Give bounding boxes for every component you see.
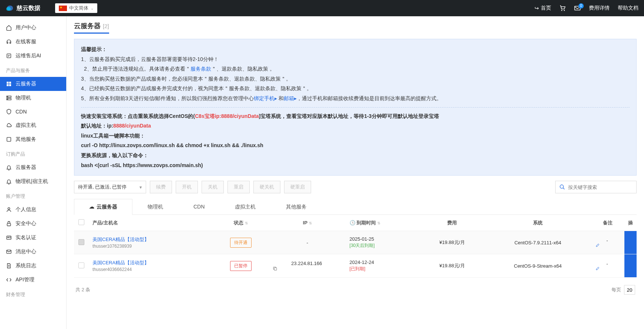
row-checkbox[interactable] [78, 239, 84, 245]
action-button[interactable] [624, 254, 637, 278]
notice-line: 5、所有业务到期前3天进行短信/邮件通知，所以我们强烈推荐您在管理中心绑定手机▸… [81, 94, 630, 104]
col-ip[interactable]: IP⇅ [269, 215, 346, 231]
svg-rect-7 [9, 84, 11, 86]
chevron-down-icon: ⌄ [91, 6, 94, 10]
sidebar-item-ai[interactable]: 运维售后AI [0, 49, 66, 63]
sidebar-item-messages[interactable]: 消息中心 [0, 245, 66, 259]
user-icon [6, 207, 12, 213]
col-product[interactable]: 产品/主机名 [89, 215, 213, 231]
sidebar-item-cdn[interactable]: CDN [0, 105, 66, 118]
host-name: thusser1076238939 [92, 244, 209, 249]
page-title-count: [2] [103, 23, 109, 29]
status-filter-select[interactable]: 待开通, 已激活, 已暂停 ▾ [74, 181, 146, 193]
main-content: 云服务器 [2] 温馨提示： 1、云服务器购买完成后，云服务器部署需要等待2-1… [67, 16, 644, 329]
help-doc-link[interactable]: 帮助文档 [618, 5, 638, 11]
mail-icon [6, 249, 12, 255]
product-name[interactable]: 美国CERA精品【活动型】 [92, 260, 209, 266]
language-selector[interactable]: 中文简体 ⌄ [55, 3, 97, 13]
edit-remark-icon[interactable] [595, 267, 621, 271]
server-icon [6, 95, 12, 101]
sidebar-item-profile[interactable]: 个人信息 [0, 203, 66, 217]
svg-point-1 [564, 10, 565, 11]
notice-heading: 温馨提示： [81, 44, 630, 54]
search-icon [559, 184, 565, 190]
start-button[interactable]: 开机 [176, 181, 198, 193]
tab-other[interactable]: 其他服务 [271, 199, 322, 215]
search-input[interactable] [568, 184, 633, 190]
home-link[interactable]: ↪ 首页 [535, 5, 551, 11]
sidebar-item-realname[interactable]: 实名认证 [0, 231, 66, 245]
cloud-icon: ☁ [89, 204, 94, 210]
expiry-sub: [已到期] [350, 266, 417, 272]
hardrestart-button[interactable]: 硬重启 [284, 181, 311, 193]
action-button[interactable] [624, 231, 637, 254]
id-icon [6, 235, 12, 241]
sidebar-item-logs[interactable]: 系统日志 [0, 259, 66, 273]
svg-rect-6 [7, 84, 9, 86]
per-page-input[interactable] [624, 285, 635, 295]
status-tag: 待开通 [230, 238, 252, 248]
renew-button[interactable]: 续费 [150, 181, 172, 193]
copy-icon[interactable] [273, 266, 342, 271]
sidebar-group-account: 账户管理 [0, 190, 66, 203]
svg-point-18 [560, 185, 563, 188]
svg-point-16 [8, 237, 9, 238]
ip-cell: 23.224.81.166 [269, 254, 346, 278]
total-count: 共 2 条 [75, 286, 90, 293]
remark-cell: - [591, 254, 624, 278]
sidebar-label: 安全中心 [16, 220, 36, 227]
notice-bash: bash <(curl -sSL https://www.zovps.com/m… [81, 160, 630, 170]
row-checkbox[interactable] [78, 262, 84, 268]
sidebar-item-cloud-server[interactable]: 云服务器 [0, 77, 66, 91]
notice-line: 1、云服务器购买完成后，云服务器部署需要等待2-10分钟！ [81, 54, 630, 64]
sort-icon: ⇅ [245, 221, 248, 225]
search-box[interactable] [555, 181, 637, 193]
col-system: 系统 [484, 215, 591, 231]
notice-curl: curl -O http://linux.zovps.com/linux.sh … [81, 140, 630, 150]
mail-icon[interactable]: 0 [574, 6, 581, 11]
sidebar-item-order-cloud[interactable]: 云服务器 [0, 160, 66, 174]
fee-detail-link[interactable]: 费用详情 [589, 5, 610, 11]
notice-box: 温馨提示： 1、云服务器购买完成后，云服务器部署需要等待2-10分钟！ 2、禁止… [74, 39, 637, 176]
tab-cloud-server[interactable]: ☁云服务器 [74, 199, 132, 215]
table-row: 美国CERA精品【活动型】thusser4036662244已暂停23.224.… [74, 254, 637, 278]
sidebar-item-order-physical[interactable]: 物理机|宿主机 [0, 174, 66, 189]
product-name[interactable]: 美国CERA精品【活动型】 [92, 236, 209, 243]
logo[interactable]: 慈云数据 [6, 4, 40, 13]
sidebar-item-other[interactable]: 其他服务 [0, 132, 66, 146]
sidebar-item-support[interactable]: 在线客服 [0, 35, 66, 49]
notice-linux-tool: linux工具箱一键脚本功能： [81, 131, 630, 141]
col-fee: 费用 [420, 215, 484, 231]
sidebar-item-user-center[interactable]: 用户中心 [0, 21, 66, 35]
clock-icon: 🕓 [350, 220, 355, 225]
home-icon [6, 25, 12, 31]
sidebar-item-security[interactable]: 安全中心 [0, 217, 66, 231]
sidebar-item-api[interactable]: API管理 [0, 273, 66, 287]
lock-icon [6, 221, 12, 227]
bind-phone-link[interactable]: 绑定手机 [254, 95, 274, 101]
sidebar-item-vhost[interactable]: 虚拟主机 [0, 118, 66, 132]
restart-button[interactable]: 重启 [227, 181, 250, 193]
tab-cdn[interactable]: CDN [178, 199, 220, 215]
col-status[interactable]: 状态⇅ [213, 215, 269, 231]
tab-vhost[interactable]: 虚拟主机 [220, 199, 271, 215]
cart-icon[interactable] [559, 5, 566, 11]
tos-link[interactable]: 服务条款 [190, 66, 211, 72]
remark-cell: - [591, 231, 624, 254]
brand-text: 慈云数据 [17, 4, 40, 12]
tab-physical[interactable]: 物理机 [132, 199, 178, 215]
bind-mail-link[interactable]: 邮箱 [284, 95, 294, 101]
stop-button[interactable]: 关机 [202, 181, 224, 193]
shield-icon [6, 109, 12, 115]
hardstop-button[interactable]: 硬关机 [253, 181, 280, 193]
ai-icon [6, 53, 12, 59]
sidebar-item-physical[interactable]: 物理机 [0, 91, 66, 105]
select-all-checkbox[interactable] [78, 219, 84, 225]
edit-remark-icon[interactable] [595, 243, 621, 248]
chevron-down-icon: ▾ [139, 184, 142, 190]
col-expiry[interactable]: 🕓 到期时间⇅ [346, 215, 420, 231]
sidebar-label: 实名认证 [16, 234, 36, 241]
sidebar-label: 云服务器 [16, 164, 36, 171]
fee-cell: ¥19.88元/月 [420, 254, 484, 278]
sidebar-label: 其他服务 [16, 136, 36, 143]
